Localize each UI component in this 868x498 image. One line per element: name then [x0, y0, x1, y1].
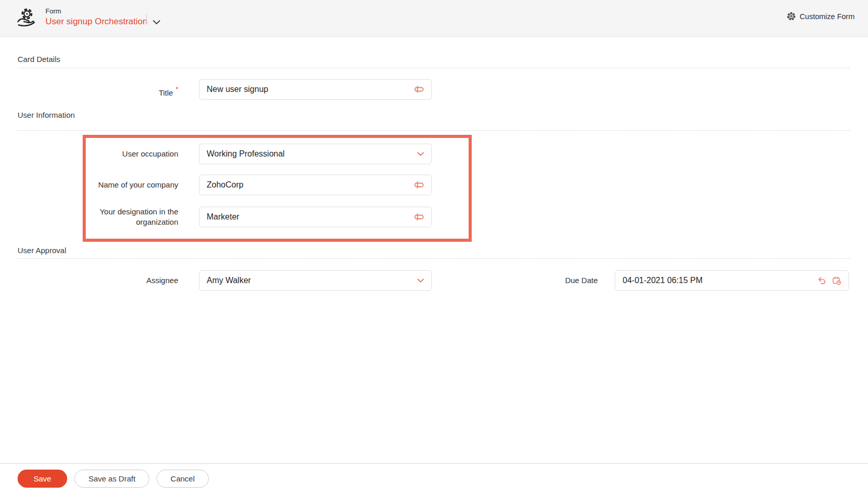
section-divider	[18, 258, 850, 259]
occupation-select[interactable]: Working Professional	[199, 144, 432, 164]
due-date-input[interactable]: 04-01-2021 06:15 PM	[615, 270, 849, 291]
gear-icon	[787, 12, 796, 21]
form-title: User signup Orchestration	[45, 15, 147, 27]
chevron-down-icon[interactable]	[417, 152, 424, 156]
footer-actions: Save Save as Draft Cancel	[18, 470, 209, 488]
section-divider	[18, 68, 850, 68]
orchestration-logo-icon	[16, 7, 37, 29]
form-page: Form User signup Orchestration Customize…	[0, 0, 868, 498]
section-heading-user-approval: User Approval	[18, 246, 66, 255]
occupation-value: Working Professional	[207, 149, 412, 159]
company-field-label: Name of your company	[85, 180, 178, 190]
assignee-value: Amy Walker	[207, 276, 412, 285]
title-input[interactable]: New user signup	[199, 79, 432, 100]
field-tag-icon[interactable]	[414, 86, 424, 93]
customize-form-button[interactable]: Customize Form	[787, 12, 855, 21]
designation-field-label: Your designation in the organization	[85, 207, 178, 227]
cancel-button[interactable]: Cancel	[157, 470, 209, 488]
designation-input[interactable]: Marketer	[199, 207, 432, 227]
form-switcher-chevron-down-icon[interactable]	[152, 18, 161, 23]
header-bar: Form User signup Orchestration Customize…	[0, 0, 868, 37]
section-divider	[18, 130, 850, 131]
app-label: Form	[45, 7, 147, 15]
chevron-down-icon[interactable]	[417, 278, 424, 283]
title-value: New user signup	[207, 85, 409, 94]
calendar-clock-icon[interactable]	[832, 276, 841, 285]
due-date-field-label: Due Date	[505, 275, 598, 286]
occupation-field-label: User occupation	[85, 149, 178, 159]
undo-icon[interactable]	[817, 276, 826, 285]
field-tag-icon[interactable]	[414, 181, 424, 189]
save-button[interactable]: Save	[18, 470, 67, 488]
header-titles: Form User signup Orchestration	[45, 7, 147, 27]
footer-divider	[0, 463, 868, 464]
header-divider	[146, 14, 147, 25]
due-date-value: 04-01-2021 06:15 PM	[623, 276, 813, 285]
company-value: ZohoCorp	[207, 180, 409, 190]
field-tag-icon[interactable]	[414, 213, 424, 221]
required-asterisk: *	[176, 85, 178, 93]
company-input[interactable]: ZohoCorp	[199, 175, 432, 195]
assignee-field-label: Assignee	[85, 275, 178, 286]
designation-value: Marketer	[207, 212, 409, 222]
section-heading-card-details: Card Details	[18, 55, 60, 64]
assignee-select[interactable]: Amy Walker	[199, 270, 432, 291]
section-heading-user-information: User Information	[18, 111, 75, 119]
title-field-label: Title*	[85, 84, 178, 98]
customize-form-label: Customize Form	[800, 12, 855, 21]
save-as-draft-button[interactable]: Save as Draft	[74, 470, 149, 488]
